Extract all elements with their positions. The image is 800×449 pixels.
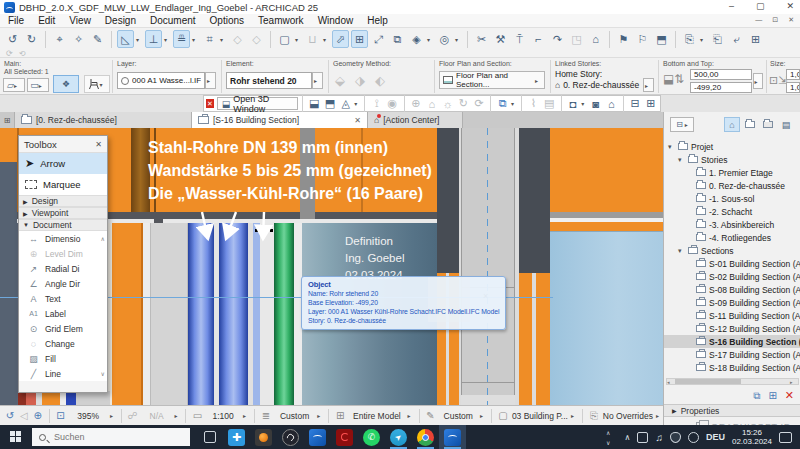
element-field[interactable]: Rohr stehend 20: [226, 72, 312, 89]
tree-item-section[interactable]: S-08 Building Section (Auto-: [664, 283, 800, 296]
tree-item-story[interactable]: -1. Sous-sol: [664, 192, 800, 205]
tree-item-section[interactable]: S-17 Building Section (Auto-: [664, 348, 800, 361]
size-field-2[interactable]: 1,0: [786, 82, 800, 93]
favorites-button[interactable]: ▭▸: [27, 78, 49, 92]
taskbar-app-telegram[interactable]: ➤: [385, 425, 412, 449]
favorites-sync-icon[interactable]: ⟲: [19, 49, 26, 58]
taskbar-search-box[interactable]: [32, 428, 190, 446]
adjust-icon[interactable]: ⚒: [492, 30, 509, 48]
tree-item-story[interactable]: 1. Premier Etage: [664, 166, 800, 179]
scroll-down-icon[interactable]: ∨: [101, 370, 105, 377]
model-filter-value[interactable]: Entire Model: [349, 411, 404, 421]
toolbox-group-document[interactable]: ▼Document: [19, 219, 107, 231]
menu-options[interactable]: Options: [210, 15, 244, 26]
notification-center-icon[interactable]: [779, 432, 792, 443]
favorites-icon[interactable]: ⟳: [6, 49, 13, 58]
toolbox-close-icon[interactable]: ✕: [95, 140, 102, 149]
home-icon[interactable]: ⌂: [587, 30, 604, 48]
tree-item-story[interactable]: -4. Rotliegendes: [664, 231, 800, 244]
menu-design[interactable]: Design: [105, 15, 136, 26]
project-chooser-button[interactable]: ⊟▸: [670, 117, 694, 132]
close-button[interactable]: ✕: [786, 1, 794, 11]
tab-action-center[interactable]: ⌂[Action Center]: [368, 112, 463, 128]
taskbar-app-acrobat[interactable]: [331, 425, 358, 449]
curve-icon[interactable]: ↷: [549, 30, 566, 48]
find-select-icon[interactable]: ⌖: [51, 30, 68, 48]
guide-lines-icon[interactable]: ≞: [173, 30, 190, 48]
pick-up-parameters-icon[interactable]: ✧: [70, 30, 87, 48]
project-map-icon[interactable]: ⌂: [724, 117, 740, 132]
scissors-icon[interactable]: ✂: [473, 30, 490, 48]
zoom-in-icon[interactable]: ⊕: [31, 410, 45, 421]
drawing-scale-value[interactable]: 1:100: [206, 411, 240, 421]
tool-marquee[interactable]: Marquee: [19, 174, 107, 195]
taskbar-app-recorder[interactable]: [250, 425, 277, 449]
menu-view[interactable]: View: [69, 15, 91, 26]
intersect-icon[interactable]: ◎: [436, 30, 453, 48]
3d-home-icon[interactable]: ⌂: [424, 97, 439, 111]
zoom-level-value[interactable]: 395%: [69, 411, 107, 421]
keyboard-language[interactable]: DEU: [706, 432, 725, 442]
snap-reference-icon[interactable]: ◇: [248, 30, 265, 48]
copy-properties-icon[interactable]: ⎘: [681, 30, 698, 48]
graphisoft-id-bar[interactable]: GRAPHISOFT ID: [664, 418, 800, 425]
snap-grid-icon[interactable]: ⌗: [201, 30, 218, 48]
element-popup-arrow[interactable]: ▸: [312, 72, 323, 89]
collapse-arrow[interactable]: ▾: [668, 143, 675, 151]
tree-item-section[interactable]: S-01 Building Section (Auto-: [664, 257, 800, 270]
open-3d-window-button[interactable]: ⬓Open 3D Window: [217, 97, 298, 110]
tray-network-icon[interactable]: [688, 432, 699, 443]
scrollbar-thumb[interactable]: [675, 379, 741, 384]
taskbar-scroll-arrows[interactable]: ∧∨: [606, 429, 610, 446]
layer-combination-value[interactable]: Custom: [275, 411, 315, 421]
sun-icon[interactable]: ☼: [440, 97, 455, 111]
reset-view-icon[interactable]: ⟳: [472, 97, 487, 111]
render-icon[interactable]: ◙: [588, 97, 603, 111]
layout-book-icon[interactable]: [760, 117, 776, 132]
alert-badge[interactable]: ✕: [206, 99, 214, 108]
scroll-right-arrow[interactable]: ▸: [790, 379, 798, 385]
redo-icon[interactable]: ↻: [23, 30, 40, 48]
tree-item-story[interactable]: -3. Absinkbereich: [664, 218, 800, 231]
tool-fill[interactable]: ▨Fill: [19, 351, 107, 366]
home-story-popup-arrow[interactable]: ▸: [643, 78, 654, 92]
mdi-restore-icon[interactable]: ⊡: [772, 16, 778, 24]
toolbox-group-design[interactable]: ▶Design: [19, 195, 107, 207]
publisher-icon[interactable]: ▤: [778, 117, 794, 132]
mdi-minimize-icon[interactable]: —: [755, 16, 762, 24]
vr-icon[interactable]: ⊞: [643, 97, 658, 111]
delete-icon[interactable]: ✕: [785, 389, 794, 402]
trim-icon[interactable]: ⬀: [332, 30, 349, 48]
menu-file[interactable]: File: [8, 15, 24, 26]
bottom-elevation-field[interactable]: -499,20: [690, 82, 752, 93]
tree-item-section[interactable]: S-02 Building Section (Auto-: [664, 270, 800, 283]
explode-icon[interactable]: ◳: [568, 30, 585, 48]
tree-item-story[interactable]: -2. Schacht: [664, 205, 800, 218]
tool-grid-element[interactable]: ⊙Grid Elem: [19, 321, 107, 336]
taskbar-clock[interactable]: 15:2602.03.2024: [732, 428, 772, 446]
horizontal-scrollbar[interactable]: ◂ ▸: [666, 378, 799, 385]
tree-item-projet[interactable]: ▾Projet: [664, 140, 800, 153]
resize-icon[interactable]: ⧉: [389, 30, 406, 48]
collapse-arrow[interactable]: ▾: [678, 247, 685, 255]
maximize-button[interactable]: ▢: [756, 1, 765, 11]
menu-edit[interactable]: Edit: [38, 15, 55, 26]
size-field-1[interactable]: 1,0: [786, 69, 800, 80]
tree-item-section[interactable]: S-12 Building Section (Auto-: [664, 322, 800, 335]
zoom-reset-icon[interactable]: ↺: [3, 410, 17, 421]
taskbar-app-whatsapp[interactable]: ✆: [358, 425, 385, 449]
tool-angle-dimension[interactable]: ∠Angle Dir: [19, 276, 107, 291]
gravity-icon[interactable]: ◺: [117, 30, 134, 48]
collapse-arrow[interactable]: ▾: [678, 156, 685, 164]
tool-label[interactable]: A1Label: [19, 306, 107, 321]
movie-icon[interactable]: ⊟: [628, 97, 643, 111]
layer-popup-arrow[interactable]: ▸: [205, 72, 216, 89]
tool-dimension[interactable]: ↔Dimensio∧: [19, 231, 107, 246]
stretch-icon[interactable]: ⤢: [370, 30, 387, 48]
scene-home-icon[interactable]: ⌂: [604, 97, 619, 111]
menu-document[interactable]: Document: [150, 15, 196, 26]
previous-zoom-icon[interactable]: ◁: [17, 410, 31, 421]
transfer-icon[interactable]: ⤶: [728, 30, 745, 48]
brush-icon[interactable]: ⌇: [526, 97, 541, 111]
tray-audio-icon[interactable]: ♫: [655, 432, 663, 443]
